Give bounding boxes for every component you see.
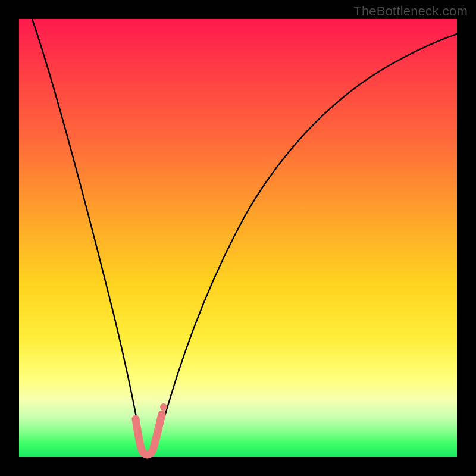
curve-layer [19,19,457,457]
plot-area [19,19,457,457]
watermark-text: TheBottleneck.com [353,4,468,19]
highlight-segment [136,414,162,455]
chart-frame: TheBottleneck.com [0,0,476,476]
highlight-dot [160,403,167,411]
bottleneck-curve [32,19,457,455]
